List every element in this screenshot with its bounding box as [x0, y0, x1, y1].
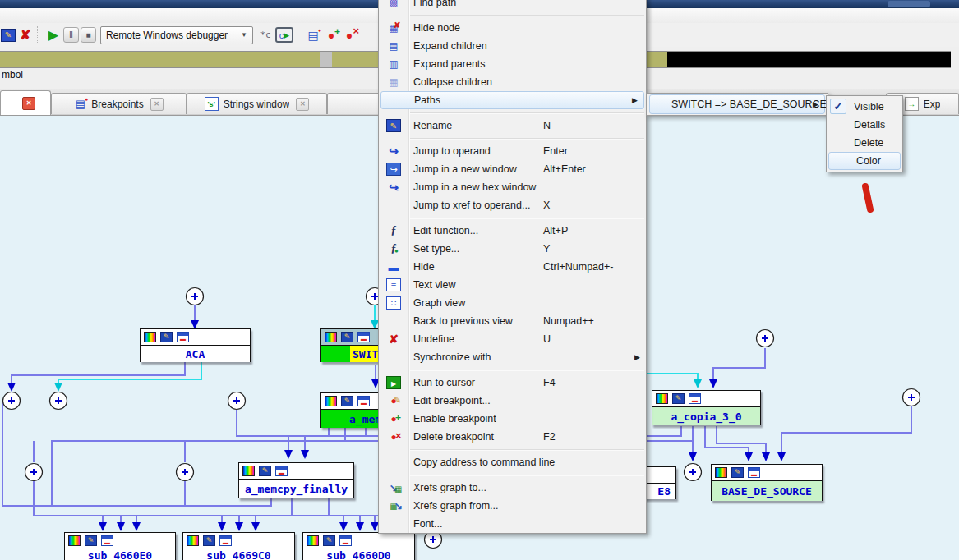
node-rename-icon[interactable]	[341, 396, 353, 406]
node-rename-icon[interactable]	[160, 332, 173, 342]
path-option-delete[interactable]: Delete	[827, 134, 902, 152]
menu-item-xrefs-graph-to[interactable]: Xrefs graph to...	[379, 479, 646, 497]
tab-breakpoints[interactable]: Breakpoints✕	[51, 93, 187, 114]
graph-node-sub-4660d0[interactable]: sub_4660D0	[302, 532, 415, 560]
path-option-color[interactable]: Color	[828, 152, 901, 170]
node-frame-icon[interactable]	[689, 393, 701, 404]
menu-item-synchronize-with[interactable]: Synchronize with	[379, 348, 646, 366]
path-option-details[interactable]: Details	[827, 116, 902, 134]
run-arrow-glyph: ▶	[284, 31, 289, 39]
menu-item-font[interactable]: Font...	[379, 515, 646, 533]
node-color-icon[interactable]	[187, 535, 199, 546]
menu-item-shortcut: Ctrl+Numpad+-	[543, 261, 613, 273]
node-frame-icon[interactable]	[219, 535, 232, 546]
node-color-icon[interactable]	[144, 332, 156, 342]
stop-icon[interactable]: ■	[81, 27, 96, 43]
menu-item-edit-function[interactable]: Edit function...Alt+P	[379, 222, 646, 240]
jump-new-window-icon	[386, 163, 401, 176]
node-rename-icon[interactable]	[85, 535, 97, 546]
paths-submenu-item-switch-base-de-source[interactable]: SWITCH => BASE_DE_SOURCE	[649, 94, 825, 114]
node-rename-icon[interactable]	[203, 535, 215, 546]
jump-operand-icon	[381, 145, 406, 158]
menu-item-jump-to-xref-to-operand[interactable]: Jump to xref to operand...X	[379, 196, 646, 214]
menu-item-jump-to-operand[interactable]: Jump to operandEnter	[379, 142, 646, 160]
node-color-icon[interactable]	[307, 535, 319, 546]
node-body: sub_4660E0	[65, 549, 175, 560]
set-type-icon	[381, 242, 406, 255]
menu-item-expand-parents[interactable]: Expand parents	[379, 55, 646, 73]
node-frame-icon[interactable]	[357, 332, 370, 342]
graph-node-base-de-source[interactable]: BASE_DE_SOURCE	[711, 464, 823, 501]
node-color-icon[interactable]	[68, 535, 81, 546]
node-frame-icon[interactable]	[275, 466, 288, 476]
menu-item-delete-breakpoint[interactable]: Delete breakpointF2	[379, 428, 646, 446]
path-option-visible[interactable]: Visible	[827, 98, 902, 116]
tab-label: Breakpoints	[91, 99, 143, 110]
node-frame-icon[interactable]	[101, 535, 113, 546]
toolbar-separator	[37, 26, 42, 44]
edit-icon[interactable]: ✎	[1, 29, 16, 42]
jump-hex-window-icon	[381, 181, 406, 194]
attach-source-icon[interactable]: *c	[257, 27, 274, 44]
node-rename-icon[interactable]	[341, 332, 353, 342]
menu-item-jump-in-a-new-window[interactable]: Jump in a new windowAlt+Enter	[379, 160, 646, 178]
source-run-icon[interactable]: c▶	[275, 27, 293, 43]
menu-item-run-to-cursor[interactable]: Run to cursorF4	[379, 374, 646, 392]
enable-breakpoint-icon[interactable]: ●+	[323, 27, 339, 44]
menu-item-label: Hide node	[413, 22, 460, 34]
hide-icon	[381, 261, 406, 273]
graph-node-a-copia-3-0[interactable]: a_copia_3_0	[652, 390, 761, 425]
tab-strings-window[interactable]: Strings window✕	[187, 93, 327, 114]
graph-node-a-memcpy-finally[interactable]: a_memcpy_finally	[238, 462, 354, 498]
close-icon[interactable]: ✕	[296, 98, 309, 111]
menu-item-edit-breakpoint[interactable]: Edit breakpoint...	[379, 392, 646, 410]
menu-item-text-view[interactable]: Text view	[379, 276, 646, 294]
node-frame-icon[interactable]	[748, 467, 760, 478]
menu-item-copy-address-to-command-line[interactable]: Copy address to command line	[379, 453, 646, 471]
node-color-icon[interactable]	[242, 466, 255, 476]
menu-item-expand-children[interactable]: Expand children	[379, 37, 646, 55]
node-rename-icon[interactable]	[731, 467, 744, 478]
node-color-icon[interactable]	[715, 467, 727, 478]
menu-item-set-type[interactable]: Set type...Y	[379, 240, 646, 258]
close-icon[interactable]: ✕	[22, 97, 35, 110]
node-body: BASE_DE_SOURCE	[712, 481, 822, 501]
menu-item-collapse-children[interactable]: Collapse children	[379, 73, 646, 91]
run-icon[interactable]: ▶	[45, 27, 62, 44]
graph-node-sub-4660e0[interactable]: sub_4660E0	[64, 532, 176, 560]
breakpoint-list-icon[interactable]: ▤●	[305, 27, 321, 44]
node-frame-icon[interactable]	[357, 396, 370, 406]
menu-item-label: Edit breakpoint...	[413, 395, 491, 406]
menu-item-hide-node[interactable]: Hide node	[379, 19, 646, 37]
menu-item-paths[interactable]: Paths	[380, 91, 644, 109]
text-view-icon	[386, 278, 401, 291]
pause-icon[interactable]: Ⅱ	[63, 27, 79, 43]
node-frame-icon[interactable]	[177, 332, 189, 342]
graph-node-aca[interactable]: ACA	[140, 328, 251, 362]
tab-current[interactable]: ✕	[0, 90, 51, 115]
menu-item-jump-in-a-new-hex-window[interactable]: Jump in a new hex window	[379, 178, 646, 196]
menu-item-graph-view[interactable]: Graph view	[379, 294, 646, 312]
tab-label: Exp	[924, 99, 941, 110]
node-frame-icon[interactable]	[339, 535, 352, 546]
menu-item-enable-breakpoint[interactable]: Enable breakpoint	[379, 410, 646, 428]
node-rename-icon[interactable]	[323, 535, 335, 546]
delete-icon[interactable]: ✘	[17, 27, 34, 44]
node-rename-icon[interactable]	[672, 393, 685, 404]
node-color-icon[interactable]	[325, 396, 337, 406]
node-color-icon[interactable]	[656, 393, 668, 404]
menu-item-undefine[interactable]: UndefineU	[379, 330, 646, 348]
delete-breakpoint-icon[interactable]: ●×	[341, 27, 357, 44]
node-rename-icon[interactable]	[259, 466, 271, 476]
menu-item-hide[interactable]: HideCtrl+Numpad+-	[379, 258, 646, 276]
close-icon[interactable]: ✕	[150, 98, 164, 111]
graph-node-sub-4669c0[interactable]: sub_4669C0	[182, 532, 295, 560]
menu-item-find-path[interactable]: Find path	[379, 0, 646, 11]
menu-item-label: Enable breakpoint	[413, 413, 496, 425]
node-color-icon[interactable]	[325, 332, 337, 342]
menu-item-back-to-previous-view[interactable]: Back to previous viewNumpad++	[379, 312, 646, 330]
menu-item-xrefs-graph-from[interactable]: Xrefs graph from...	[379, 497, 646, 515]
debugger-selector[interactable]: Remote Windows debugger ▼	[100, 26, 253, 44]
menu-item-rename[interactable]: RenameN	[379, 117, 646, 135]
menu-item-shortcut: X	[543, 200, 550, 211]
